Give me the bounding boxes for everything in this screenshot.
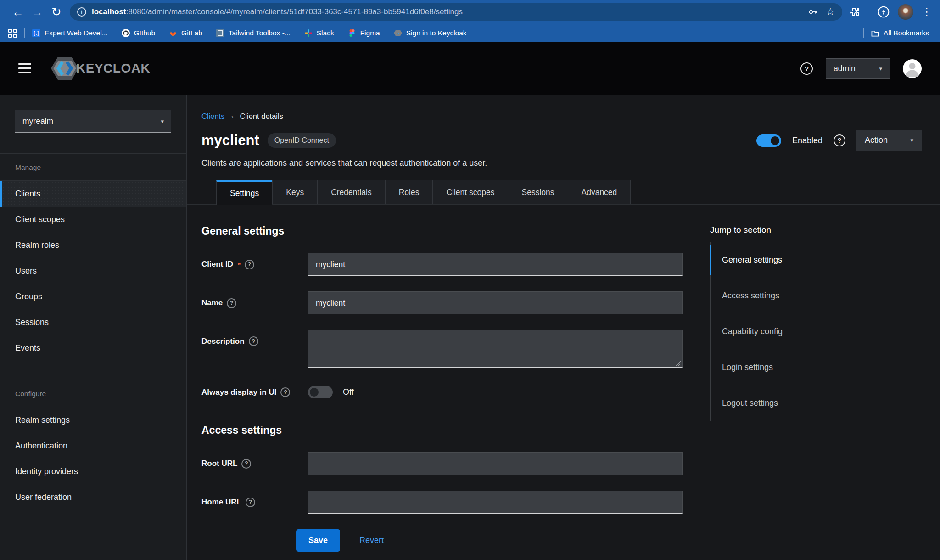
- url-text: localhost:8080/admin/master/console/#/my…: [92, 7, 801, 17]
- manage-nav: Clients Client scopes Realm roles Users …: [0, 181, 186, 361]
- jump-link-login-settings[interactable]: Login settings: [711, 350, 907, 386]
- tab-sessions[interactable]: Sessions: [508, 180, 567, 204]
- help-icon[interactable]: ?: [800, 62, 813, 75]
- action-dropdown-label: Action: [865, 135, 888, 145]
- breadcrumb-chevron-icon: ›: [231, 112, 233, 120]
- folder-icon: [871, 29, 879, 37]
- home-url-help-icon[interactable]: ?: [246, 498, 255, 507]
- description-textarea[interactable]: [308, 330, 683, 368]
- tab-client-scopes[interactable]: Client scopes: [432, 180, 508, 204]
- sidebar-item-user-federation[interactable]: User federation: [0, 484, 186, 510]
- always-display-toggle[interactable]: [308, 386, 333, 398]
- page-title: myclient: [201, 132, 259, 149]
- description-label: Description: [201, 337, 245, 346]
- sidebar-item-realm-roles[interactable]: Realm roles: [0, 232, 186, 258]
- revert-link[interactable]: Revert: [359, 536, 384, 545]
- keycloak-hexagon-icon: [50, 56, 79, 81]
- root-url-label: Root URL: [201, 459, 237, 468]
- root-url-input[interactable]: [308, 452, 683, 475]
- breadcrumb-clients-link[interactable]: Clients: [201, 112, 224, 121]
- bookmark-star-icon[interactable]: ☆: [826, 7, 835, 17]
- sidebar-section-manage: Manage: [0, 154, 186, 180]
- extensions-puzzle-icon[interactable]: [850, 6, 861, 17]
- description-help-icon[interactable]: ?: [249, 336, 258, 346]
- sidebar-item-authentication[interactable]: Authentication: [0, 433, 186, 459]
- enabled-toggle[interactable]: [756, 134, 781, 147]
- tab-keys[interactable]: Keys: [272, 180, 317, 204]
- client-tabs: Settings Keys Credentials Roles Client s…: [187, 180, 940, 205]
- browser-profile-avatar[interactable]: [898, 4, 913, 20]
- sidebar-item-users[interactable]: Users: [0, 258, 186, 284]
- sidebar-item-identity-providers[interactable]: Identity providers: [0, 459, 186, 484]
- tab-roles[interactable]: Roles: [385, 180, 433, 204]
- slack-favicon: [304, 29, 313, 37]
- configure-nav: Realm settings Authentication Identity p…: [0, 407, 186, 510]
- home-url-input[interactable]: [308, 491, 683, 514]
- jump-link-access-settings[interactable]: Access settings: [711, 278, 907, 314]
- browser-menu-icon[interactable]: ⋮: [922, 7, 932, 17]
- extension-bolt-icon[interactable]: [878, 6, 890, 18]
- sidebar-item-clients[interactable]: Clients: [0, 181, 186, 207]
- settings-form: General settings Client ID * ? Name ?: [201, 205, 683, 514]
- bookmark-slack[interactable]: Slack: [304, 29, 334, 37]
- bookmarks-separator: [24, 28, 25, 38]
- tab-advanced[interactable]: Advanced: [568, 180, 631, 204]
- user-avatar[interactable]: [903, 59, 922, 78]
- bookmark-expert-web[interactable]: [,] Expert Web Devel...: [32, 29, 108, 37]
- always-display-state: Off: [343, 387, 354, 397]
- client-id-help-icon[interactable]: ?: [245, 260, 254, 269]
- always-display-help-icon[interactable]: ?: [280, 387, 290, 397]
- tab-settings[interactable]: Settings: [216, 180, 272, 205]
- user-menu-dropdown[interactable]: admin ▾: [826, 58, 890, 79]
- breadcrumb-current: Client details: [240, 112, 283, 121]
- jump-link-general-settings[interactable]: General settings: [711, 242, 907, 278]
- bookmark-keycloak[interactable]: ‹› Sign in to Keycloak: [394, 29, 467, 37]
- user-menu-label: admin: [834, 64, 856, 73]
- tailwind-toolbox-favicon: [216, 29, 224, 37]
- svg-text:[,]: [,]: [34, 31, 39, 36]
- jump-to-section-panel: Jump to section General settings Access …: [710, 205, 907, 514]
- bookmark-figma[interactable]: Figma: [348, 29, 380, 37]
- sidebar-item-realm-settings[interactable]: Realm settings: [0, 407, 186, 433]
- expert-web-favicon: [,]: [32, 29, 40, 37]
- name-label: Name: [201, 298, 223, 308]
- reload-icon[interactable]: ↻: [47, 6, 66, 18]
- realm-selector[interactable]: myrealm ▾: [15, 110, 171, 133]
- client-id-label: Client ID: [201, 260, 233, 269]
- realm-selector-label: myrealm: [22, 117, 53, 126]
- bookmark-tailwind-toolbox[interactable]: Tailwind Toolbox -...: [216, 29, 291, 37]
- bookmark-gitlab[interactable]: GitLab: [169, 29, 202, 37]
- sidebar-item-client-scopes[interactable]: Client scopes: [0, 207, 186, 232]
- nav-toggle-hamburger-icon[interactable]: [18, 63, 31, 74]
- name-help-icon[interactable]: ?: [227, 298, 236, 308]
- jump-link-capability-config[interactable]: Capability config: [711, 314, 907, 350]
- sidebar-item-events[interactable]: Events: [0, 335, 186, 361]
- sidebar: myrealm ▾ Manage Clients Client scopes R…: [0, 95, 187, 560]
- save-button[interactable]: Save: [296, 529, 340, 552]
- figma-favicon: [348, 29, 356, 37]
- client-id-input[interactable]: [308, 253, 683, 276]
- name-input[interactable]: [308, 291, 683, 314]
- general-settings-heading: General settings: [201, 225, 683, 237]
- jump-link-logout-settings[interactable]: Logout settings: [711, 386, 907, 421]
- enabled-label: Enabled: [792, 136, 822, 146]
- toolbar-separator: [869, 6, 869, 17]
- tab-credentials[interactable]: Credentials: [317, 180, 385, 204]
- root-url-help-icon[interactable]: ?: [241, 459, 251, 469]
- all-bookmarks-button[interactable]: All Bookmarks: [871, 29, 929, 37]
- password-key-icon[interactable]: [807, 6, 818, 17]
- url-host: localhost: [92, 7, 126, 16]
- keycloak-logo[interactable]: KEYCLOAK: [50, 56, 150, 81]
- back-icon[interactable]: ←: [8, 6, 28, 18]
- access-settings-heading: Access settings: [201, 424, 683, 437]
- apps-grid-icon[interactable]: [8, 29, 17, 38]
- site-info-icon[interactable]: i: [77, 7, 86, 17]
- sidebar-item-groups[interactable]: Groups: [0, 284, 186, 309]
- action-dropdown[interactable]: Action ▾: [856, 130, 922, 151]
- address-bar[interactable]: i localhost:8080/admin/master/console/#/…: [70, 3, 842, 21]
- forward-icon[interactable]: →: [28, 6, 47, 18]
- sidebar-item-sessions[interactable]: Sessions: [0, 309, 186, 335]
- enabled-help-icon[interactable]: ?: [834, 134, 845, 146]
- protocol-badge: OpenID Connect: [268, 133, 336, 148]
- bookmark-github[interactable]: GIthub: [122, 29, 156, 37]
